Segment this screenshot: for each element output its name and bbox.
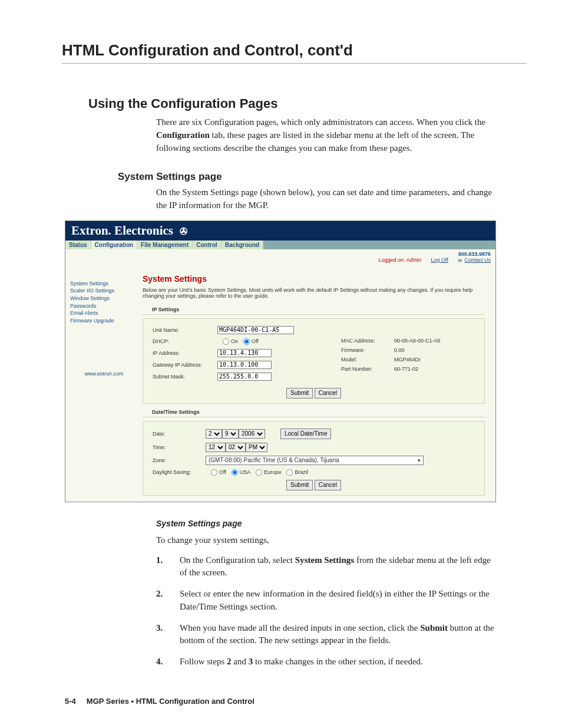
month-select[interactable]: 2 bbox=[206, 429, 222, 439]
ip-submit-button[interactable]: Submit bbox=[286, 388, 313, 398]
dst-bra-radio[interactable] bbox=[286, 469, 293, 476]
sidebar-url[interactable]: www.extron.com bbox=[70, 370, 138, 378]
partnum-label: Part Number: bbox=[341, 366, 394, 372]
sidebar: System Settings Scaler I/O Settings Wind… bbox=[65, 265, 143, 502]
step-4: 4.Follow steps 2 and 3 to make changes i… bbox=[156, 655, 497, 668]
contact-link[interactable]: ✉Contact Us bbox=[458, 257, 491, 263]
document-page: HTML Configuration and Control, cont'd U… bbox=[0, 0, 562, 728]
gateway-label: Gateway IP Address: bbox=[153, 362, 217, 368]
pane-description: Below are your Unit's basic System Setti… bbox=[143, 287, 485, 299]
dst-eur-radio[interactable] bbox=[256, 469, 262, 476]
dhcp-off-radio[interactable] bbox=[243, 338, 250, 345]
steps-list: 1.On the Configuration tab, select Syste… bbox=[156, 554, 497, 668]
step-num: 3. bbox=[156, 622, 180, 648]
datetime-section: Date: 2 9 2006 Local Date/Time Time: 12 … bbox=[143, 421, 485, 496]
dst-label: Daylight Saving: bbox=[153, 469, 206, 475]
model-label: Model: bbox=[341, 357, 394, 363]
partnum-value: 60-771-02 bbox=[394, 366, 418, 372]
dt-cancel-button[interactable]: Cancel bbox=[315, 480, 341, 490]
text: On the System Settings page (shown below… bbox=[156, 186, 497, 212]
embedded-screenshot: Extron. Electronics ✇ Status Configurati… bbox=[65, 220, 496, 502]
bold-text: Configuration bbox=[156, 130, 210, 140]
step-num: 1. bbox=[156, 554, 180, 580]
sidebar-item-system-settings[interactable]: System Settings bbox=[70, 280, 138, 288]
zone-value: (GMT-08:00) Pacific Time (US & Canada), … bbox=[209, 457, 339, 463]
caption-h4: System Settings page bbox=[156, 519, 527, 528]
text: There are six Configuration pages, which… bbox=[156, 117, 485, 127]
pane-title: System Settings bbox=[143, 274, 485, 284]
dst-off-text: Off bbox=[219, 469, 226, 475]
section-para: On the System Settings page (shown below… bbox=[156, 186, 497, 212]
zone-label: Zone: bbox=[153, 457, 206, 463]
dhcp-on-radio[interactable] bbox=[223, 338, 229, 345]
tab-background[interactable]: Background bbox=[222, 241, 263, 249]
year-select[interactable]: 2006 bbox=[239, 429, 265, 439]
sidebar-item-window-settings[interactable]: Window Settings bbox=[70, 295, 138, 302]
fw-value: 0.00 bbox=[394, 347, 405, 353]
tab-control[interactable]: Control bbox=[193, 241, 222, 249]
contact-text: Contact Us bbox=[464, 257, 491, 263]
logged-on-label: Logged on: Admin bbox=[379, 257, 422, 263]
subnet-label: Subnet Mask: bbox=[153, 374, 217, 380]
unit-name-input[interactable] bbox=[217, 326, 294, 334]
screenshot-main: System Settings Scaler I/O Settings Wind… bbox=[65, 265, 495, 502]
date-label: Date: bbox=[153, 431, 206, 437]
sidebar-item-scaler-io[interactable]: Scaler I/O Settings bbox=[70, 287, 138, 295]
dst-off-radio[interactable] bbox=[211, 469, 217, 476]
fw-label: Firmware: bbox=[341, 347, 394, 353]
intro-paragraph: There are six Configuration pages, which… bbox=[156, 116, 497, 154]
hour-select[interactable]: 12 bbox=[206, 443, 226, 452]
off-text: Off bbox=[252, 338, 259, 344]
globe-icon: ✇ bbox=[180, 226, 187, 236]
local-datetime-button[interactable]: Local Date/Time bbox=[280, 429, 331, 439]
day-select[interactable]: 9 bbox=[222, 429, 239, 439]
mac-label: MAC Address: bbox=[341, 338, 394, 344]
unit-name-label: Unit Name: bbox=[153, 327, 217, 333]
logoff-link[interactable]: Log Off bbox=[431, 257, 448, 263]
ip-settings-section: Unit Name: DHCP: On Off IP Address: Gate… bbox=[143, 318, 485, 404]
steps-intro: To change your system settings, bbox=[156, 534, 497, 547]
zone-select[interactable]: (GMT-08:00) Pacific Time (US & Canada), … bbox=[206, 456, 424, 465]
dst-usa-radio[interactable] bbox=[232, 469, 238, 476]
step-3: 3.When you have made all the desired inp… bbox=[156, 622, 497, 648]
steps-body: To change your system settings, 1.On the… bbox=[156, 534, 497, 668]
status-bar: 800.633.9876 Logged on: Admin Log Off ✉C… bbox=[65, 249, 495, 265]
meridiem-select[interactable]: PM bbox=[246, 443, 267, 452]
phone-number: 800.633.9876 bbox=[458, 251, 491, 257]
mac-value: 00-05-A6-00-C1-A5 bbox=[394, 338, 441, 344]
step-num: 4. bbox=[156, 655, 180, 668]
tab-status[interactable]: Status bbox=[65, 241, 91, 249]
subnet-input[interactable] bbox=[217, 373, 272, 381]
ip-address-label: IP Address: bbox=[153, 350, 217, 356]
brand-text: Extron. Electronics bbox=[71, 223, 173, 238]
sidebar-item-passwords[interactable]: Passwords bbox=[70, 302, 138, 310]
section-h2: Using the Configuration Pages bbox=[88, 96, 527, 111]
sidebar-item-firmware-upgrade[interactable]: Firmware Upgrade bbox=[70, 317, 138, 325]
dt-submit-button[interactable]: Submit bbox=[286, 480, 313, 490]
footer-text: MGP Series • HTML Configuration and Cont… bbox=[87, 697, 254, 706]
gateway-input[interactable] bbox=[217, 361, 272, 369]
ip-settings-header: IP Settings bbox=[143, 305, 485, 315]
brand-header: Extron. Electronics ✇ bbox=[65, 221, 495, 241]
dst-bra-text: Brazil bbox=[295, 469, 308, 475]
page-number: 5-4 bbox=[65, 697, 76, 706]
step-1: 1.On the Configuration tab, select Syste… bbox=[156, 554, 497, 580]
ip-address-input[interactable] bbox=[217, 349, 272, 357]
dst-usa-text: USA bbox=[240, 469, 251, 475]
datetime-header: Date/Time Settings bbox=[143, 407, 485, 417]
minute-select[interactable]: 02 bbox=[226, 443, 246, 452]
page-title-h1: HTML Configuration and Control, cont'd bbox=[62, 41, 527, 64]
sidebar-item-email-alerts[interactable]: Email Alerts bbox=[70, 309, 138, 317]
tab-configuration[interactable]: Configuration bbox=[91, 241, 138, 249]
ip-cancel-button[interactable]: Cancel bbox=[315, 388, 341, 398]
step-num: 2. bbox=[156, 588, 180, 614]
dhcp-label: DHCP: bbox=[153, 338, 217, 344]
step-2: 2.Select or enter the new information in… bbox=[156, 588, 497, 614]
dst-eur-text: Europe bbox=[264, 469, 281, 475]
tab-file-management[interactable]: File Management bbox=[137, 241, 193, 249]
page-footer: 5-4 MGP Series • HTML Configuration and … bbox=[65, 697, 254, 706]
section-h3: System Settings page bbox=[118, 171, 527, 183]
content-pane: System Settings Below are your Unit's ba… bbox=[143, 265, 495, 502]
model-value: MGP464DI bbox=[394, 357, 421, 363]
tab-bar: Status Configuration File Management Con… bbox=[65, 241, 495, 249]
